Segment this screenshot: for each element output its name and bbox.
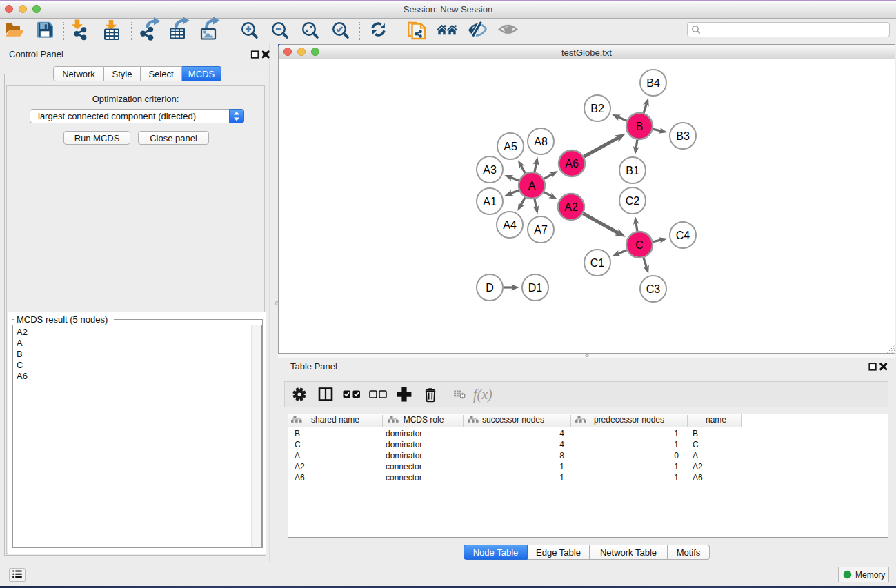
svg-text:f(x): f(x) <box>473 387 492 403</box>
